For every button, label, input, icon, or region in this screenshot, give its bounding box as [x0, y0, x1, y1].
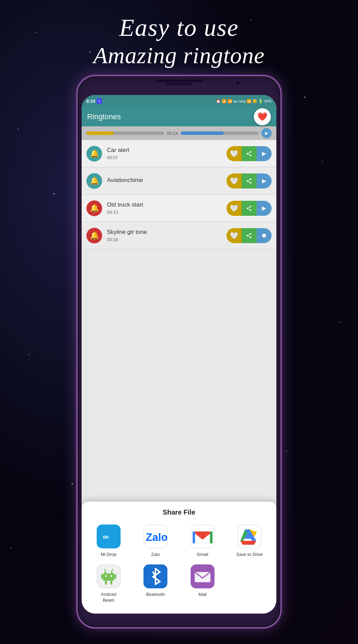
- wifi-icon: 📶: [222, 99, 226, 103]
- phone-frame: 8:33 Z ⏰ 📶 📶 lạc rang 📶 😊 🔋 44% Ringtone…: [77, 75, 281, 628]
- share-button[interactable]: [242, 173, 257, 188]
- share-item-bluetooth[interactable]: Bluetooth: [136, 564, 176, 603]
- ringtone-info: Aviationchime: [107, 177, 226, 185]
- share-item-drive[interactable]: Save to Drive: [230, 524, 270, 558]
- phone-speaker: [165, 83, 193, 85]
- top-play-button[interactable]: ▶: [261, 128, 272, 138]
- app-header: Ringtones ❤️: [82, 107, 276, 126]
- play-button[interactable]: ▶: [257, 201, 272, 216]
- svg-point-2: [250, 155, 251, 156]
- status-bar: 8:33 Z ⏰ 📶 📶 lạc rang 📶 😊 🔋 44%: [82, 95, 276, 107]
- ringtone-duration: 00:13: [107, 210, 226, 215]
- ringtone-name: Skyline gtr tone: [107, 229, 226, 236]
- play-button[interactable]: ▶: [257, 173, 272, 188]
- title-line1: Easy to use: [0, 14, 358, 42]
- ringtone-duration: 00:07: [107, 155, 226, 160]
- svg-line-14: [248, 207, 250, 208]
- svg-rect-40: [110, 581, 112, 585]
- svg-rect-27: [193, 532, 195, 544]
- svg-line-8: [248, 181, 250, 182]
- ringtone-item: 🔔 Car alert 00:07 🤍 ▶: [82, 140, 276, 167]
- phone-camera: [236, 81, 239, 85]
- battery-text: 44%: [264, 99, 272, 103]
- emoji-icon: 😊: [252, 99, 257, 103]
- svg-line-4: [248, 152, 250, 153]
- title-line2: Amazing ringtone: [0, 42, 358, 69]
- phone-screen: 8:33 Z ⏰ 📶 📶 lạc rang 📶 😊 🔋 44% Ringtone…: [82, 95, 276, 614]
- svg-line-19: [248, 234, 250, 235]
- zalo-icon: Zalo: [143, 524, 167, 548]
- midrop-icon: ∞: [97, 524, 121, 548]
- signal-icon: 📶: [228, 99, 232, 103]
- progress-bar-yellow: [86, 131, 164, 135]
- ringtone-item: 🔔 Aviationchime 🤍 ▶: [82, 167, 276, 195]
- favorite-button[interactable]: 🤍: [226, 146, 242, 161]
- bluetooth-icon: [143, 564, 167, 588]
- status-time: 8:33: [86, 99, 95, 104]
- battery-icon: 🔋: [258, 99, 263, 103]
- zalo-status-icon: Z: [97, 98, 102, 104]
- svg-rect-39: [105, 581, 107, 585]
- signal2-icon: 📶: [247, 99, 251, 103]
- action-buttons: 🤍 ▶: [226, 146, 272, 161]
- bell-icon-teal: 🔔: [86, 173, 102, 189]
- action-buttons: 🤍 ▶: [226, 173, 272, 188]
- share-item-zalo[interactable]: Zalo Zalo: [136, 524, 176, 558]
- androidbeam-label: AndroidBeam: [101, 592, 116, 603]
- bluetooth-label: Bluetooth: [146, 592, 165, 598]
- gmail-icon: [191, 524, 215, 548]
- carrier-text: lạc rang: [233, 99, 246, 103]
- play-button[interactable]: ▶: [257, 146, 272, 161]
- share-item-mail[interactable]: Mail: [182, 564, 223, 603]
- svg-point-6: [247, 180, 248, 182]
- progress-fill-yellow: [86, 131, 114, 135]
- alarm-icon: ⏰: [216, 99, 221, 103]
- svg-line-13: [248, 209, 250, 210]
- progress-area: 00:24 ▶: [82, 126, 276, 140]
- svg-point-10: [250, 206, 251, 207]
- zalo-label: Zalo: [151, 552, 160, 558]
- share-sheet: Share File ∞ Mi Drop: [82, 502, 276, 614]
- ringtone-info: Car alert 00:07: [107, 147, 226, 160]
- midrop-label: Mi Drop: [101, 552, 116, 558]
- share-button[interactable]: [242, 146, 257, 161]
- svg-point-7: [250, 182, 251, 184]
- favorite-button[interactable]: 🤍: [226, 201, 242, 216]
- share-item-gmail[interactable]: Gmail: [182, 524, 223, 558]
- svg-point-5: [250, 178, 251, 180]
- share-grid-row2: AndroidBeam Bluetooth: [88, 564, 270, 603]
- svg-point-16: [247, 235, 248, 236]
- status-right: ⏰ 📶 📶 lạc rang 📶 😊 🔋 44%: [216, 99, 272, 103]
- ringtone-name: Aviationchime: [107, 177, 226, 184]
- svg-point-11: [247, 207, 248, 209]
- progress-bar-blue: [181, 131, 259, 135]
- svg-point-42: [110, 575, 112, 577]
- share-button[interactable]: [242, 201, 257, 216]
- mail-label: Mail: [198, 592, 207, 598]
- share-button[interactable]: [242, 228, 257, 243]
- ringtone-name: Old truck start: [107, 201, 226, 208]
- svg-point-0: [250, 151, 251, 153]
- stop-button[interactable]: ⏹: [257, 228, 272, 243]
- favorite-button[interactable]: 🤍: [226, 228, 242, 243]
- share-item-midrop[interactable]: ∞ Mi Drop: [88, 524, 129, 558]
- share-item-androidbeam[interactable]: AndroidBeam: [88, 564, 129, 603]
- ringtone-name: Car alert: [107, 147, 226, 154]
- share-grid-row1: ∞ Mi Drop Zalo Zalo: [88, 524, 270, 558]
- ringtone-list: 🔔 Car alert 00:07 🤍 ▶: [82, 140, 276, 249]
- svg-rect-28: [210, 532, 212, 544]
- svg-line-3: [248, 154, 250, 155]
- progress-fill-blue: [181, 131, 223, 135]
- androidbeam-icon: [97, 564, 121, 588]
- action-buttons: 🤍 ▶: [226, 201, 272, 216]
- action-buttons: 🤍 ⏹: [226, 228, 272, 243]
- share-sheet-title: Share File: [88, 508, 270, 516]
- bell-icon-teal: 🔔: [86, 146, 102, 162]
- svg-point-41: [105, 575, 107, 577]
- svg-point-1: [247, 153, 248, 154]
- favorites-button[interactable]: ❤️: [254, 108, 271, 125]
- ringtone-item: 🔔 Skyline gtr tone 00:18 🤍 ⏹: [82, 222, 276, 249]
- app-header-title: Ringtones: [87, 112, 121, 121]
- favorite-button[interactable]: 🤍: [226, 173, 242, 188]
- svg-point-15: [250, 233, 251, 235]
